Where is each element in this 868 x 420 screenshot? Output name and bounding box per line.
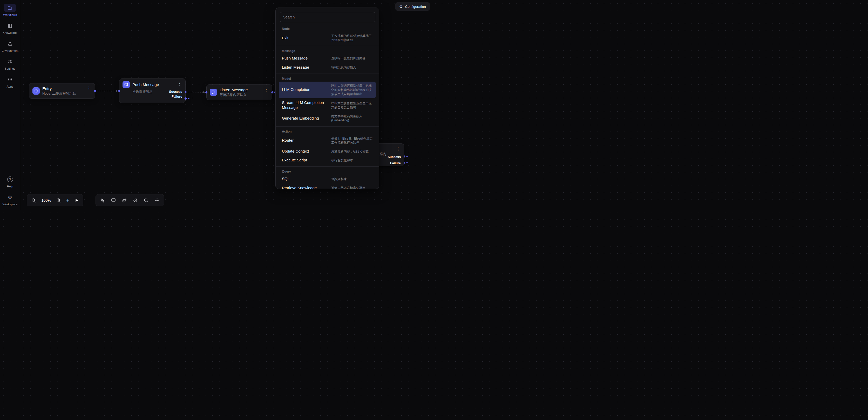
node-entry[interactable]: Entry Node: 工作流程的起點 ⋮ xyxy=(29,83,95,99)
palette-item-retrieve-knowledge[interactable]: Retrieve Knowledge 透過自然語言檢索知識庫 xyxy=(276,184,379,189)
entry-node-icon xyxy=(32,87,40,94)
sidebar-item-label: Help xyxy=(7,185,13,188)
section-divider xyxy=(276,74,379,74)
node-title: Entry xyxy=(42,86,84,91)
palette-item-listen-message[interactable]: Listen Message 等待訊息內容輸入 xyxy=(276,63,379,72)
sidebar-item-settings[interactable]: Settings xyxy=(4,57,16,70)
comment-icon[interactable] xyxy=(111,198,116,203)
add-node-icon[interactable] xyxy=(100,198,105,203)
section-header-action: Action xyxy=(276,128,379,134)
sidebar-item-apps[interactable]: Apps xyxy=(4,75,16,88)
node-menu-icon[interactable]: ⋮ xyxy=(177,81,182,86)
message-node-icon xyxy=(210,89,217,96)
sidebar-item-label: Apps xyxy=(6,85,13,88)
search-input[interactable] xyxy=(280,12,375,22)
sidebar-item-knowledge[interactable]: Knowledge xyxy=(3,22,18,34)
knowledge-icon xyxy=(4,22,16,30)
node-subtitle-clipped: 應內 xyxy=(379,152,386,157)
palette-item-router[interactable]: Router 依據If、Else If、Else條件決定工作流程執行的路徑 xyxy=(276,134,379,147)
sidebar-item-label: Workflows xyxy=(3,13,17,17)
port-dot xyxy=(188,98,189,99)
sidebar-item-help[interactable]: ? Help xyxy=(4,175,16,188)
node-subtitle: 推送歡迎訊息 xyxy=(132,89,169,94)
palette-item-push-message[interactable]: Push Message 直接輸出訊息的回應內容 xyxy=(276,54,379,63)
fit-view-icon[interactable] xyxy=(154,198,160,203)
section-header-model: Model xyxy=(276,75,379,82)
section-header-query: Query xyxy=(276,168,379,174)
workspace-gear-icon: ⚙ xyxy=(4,193,16,201)
sidebar: Workflows Knowledge Environment Settings… xyxy=(0,0,20,210)
output-label-success: Success xyxy=(169,90,182,93)
sidebar-item-label: Environment xyxy=(2,49,19,52)
port-dot xyxy=(274,92,275,93)
palette-item-llm-completion[interactable]: LLM Completion 呼叫大型語言模型並產生結構化的資料輸出以輔助流程的… xyxy=(279,82,376,98)
run-icon[interactable] xyxy=(74,198,79,203)
configuration-label: Configuration xyxy=(405,5,426,8)
node-palette-panel: Node Exit 工作流程的終點或接續其他工作流程的傳送點 Message P… xyxy=(275,7,379,189)
node-title: Push Message xyxy=(132,82,174,87)
zoom-out-icon[interactable] xyxy=(31,198,36,203)
search-icon[interactable] xyxy=(144,198,149,203)
node-menu-icon[interactable]: ⋮ xyxy=(264,87,269,92)
palette-item-update-context[interactable]: Update Context 用於更新內容，初始化變數 xyxy=(276,147,379,156)
node-subtitle: 等待訊息內容輸入 xyxy=(220,92,261,97)
add-button[interactable]: + xyxy=(66,198,69,203)
sidebar-item-environment[interactable]: Environment xyxy=(2,39,19,52)
zoom-in-icon[interactable] xyxy=(56,198,61,203)
sidebar-item-label: Settings xyxy=(5,67,16,70)
message-node-icon xyxy=(123,81,130,88)
node-title: Listen Message xyxy=(220,88,261,92)
output-label-failure: Failure xyxy=(172,95,182,99)
sidebar-item-workflows[interactable]: Workflows xyxy=(3,4,17,17)
node-listen-message[interactable]: Listen Message 等待訊息內容輸入 ⋮ xyxy=(206,84,272,100)
section-header-node: Node xyxy=(276,26,379,32)
palette-item-exit[interactable]: Exit 工作流程的終點或接續其他工作流程的傳送點 xyxy=(276,32,379,44)
port-dot xyxy=(406,156,408,157)
node-subtitle: Node: 工作流程的起點 xyxy=(42,91,84,96)
node-push-message[interactable]: Push Message ⋮ 推送歡迎訊息 Success Failure xyxy=(119,79,186,103)
apps-icon xyxy=(4,75,16,84)
help-icon: ? xyxy=(4,175,16,184)
palette-item-execute-script[interactable]: Execute Script 執行客製化腳本 xyxy=(276,156,379,165)
workflows-icon xyxy=(4,4,16,12)
section-divider xyxy=(276,166,379,167)
palette-item-stream-llm-completion-message[interactable]: Stream LLM Completion Message 呼叫大型語言模型並產… xyxy=(276,98,379,112)
sync-icon[interactable] xyxy=(133,198,138,203)
section-divider xyxy=(276,126,379,127)
sidebar-item-workspace[interactable]: ⚙ Workspace xyxy=(3,193,18,206)
swap-arrows-icon[interactable] xyxy=(122,198,127,203)
settings-icon xyxy=(4,57,16,66)
palette-item-generate-embedding[interactable]: Generate Embedding 將文字轉化為向量嵌入(Embedding) xyxy=(276,112,379,124)
sidebar-item-label: Workspace xyxy=(3,203,18,206)
zoom-toolbar: 100% + xyxy=(27,194,83,206)
gear-icon: ⚙ xyxy=(399,5,403,8)
environment-icon xyxy=(4,39,16,48)
port-dot xyxy=(406,162,408,164)
sidebar-item-label: Knowledge xyxy=(3,31,18,34)
palette-item-sql[interactable]: SQL 查詢資料庫 xyxy=(276,174,379,184)
zoom-level: 100% xyxy=(41,198,51,202)
configuration-button[interactable]: ⚙ Configuration xyxy=(395,2,430,11)
node-menu-icon[interactable]: ⋮ xyxy=(86,86,92,90)
output-label-success: Success xyxy=(388,155,401,159)
section-header-message: Message xyxy=(276,48,379,54)
canvas-toolbar xyxy=(95,194,164,206)
node-menu-icon[interactable]: ⋮ xyxy=(395,147,401,151)
output-label-failure: Failure xyxy=(390,161,401,165)
